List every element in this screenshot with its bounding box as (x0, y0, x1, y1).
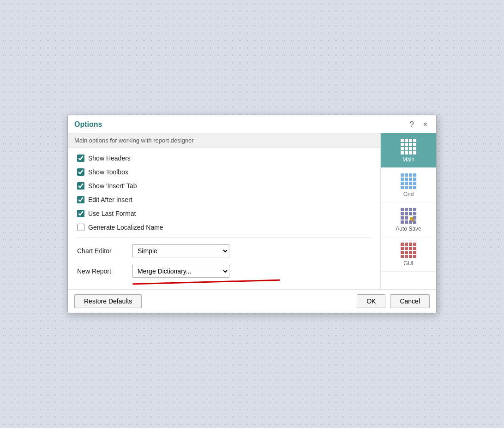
new-report-select[interactable]: Merge Dictionary... Empty Template (132, 265, 229, 278)
sidebar-autosave-label: Auto Save (396, 226, 421, 232)
checkbox-show-toolbox[interactable]: Show Toolbox (77, 168, 371, 176)
checkbox-show-toolbox-label: Show Toolbox (88, 168, 128, 176)
cancel-button[interactable]: Cancel (390, 294, 430, 308)
checkbox-edit-after-insert[interactable]: Edit After Insert (77, 196, 371, 203)
dialog-title: Options (74, 120, 102, 129)
restore-defaults-button[interactable]: Restore Defaults (74, 294, 142, 308)
sidebar-gui-label: GUI (403, 260, 413, 267)
separator (77, 238, 371, 238)
checkbox-show-toolbox-input[interactable] (77, 168, 84, 176)
checkbox-show-headers[interactable]: Show Headers (77, 155, 371, 162)
close-button[interactable]: × (421, 120, 430, 129)
checkbox-use-last-format-input[interactable] (77, 210, 84, 217)
chart-editor-select[interactable]: Simple Advanced (132, 244, 229, 257)
checkbox-use-last-format[interactable]: Use Last Format (77, 210, 371, 217)
footer-right: OK Cancel (357, 294, 430, 308)
main-content: Main options for working with report des… (68, 133, 381, 289)
chart-editor-row: Chart Editor Simple Advanced (77, 244, 371, 257)
checkbox-generate-localized-label: Generate Localized Name (88, 224, 163, 231)
checkbox-show-headers-input[interactable] (77, 155, 84, 162)
autosave-icon (401, 208, 416, 224)
red-underline (132, 279, 280, 285)
checkbox-show-insert-tab-label: Show 'Insert' Tab (88, 182, 137, 190)
sidebar-item-main[interactable]: Main (381, 133, 436, 168)
checkbox-use-last-format-label: Use Last Format (88, 210, 136, 217)
dialog-footer: Restore Defaults OK Cancel (68, 289, 436, 313)
options-dialog: Options ? × Main options for working wit… (67, 115, 437, 313)
chart-editor-label: Chart Editor (77, 247, 128, 255)
sidebar: Main Grid Auto Save (381, 133, 436, 289)
checkbox-edit-after-insert-label: Edit After Insert (88, 196, 132, 203)
dialog-body: Main options for working with report des… (68, 133, 436, 289)
checkbox-show-headers-label: Show Headers (88, 155, 131, 162)
grid-icon (401, 173, 416, 189)
sidebar-grid-label: Grid (403, 191, 414, 197)
ok-button[interactable]: OK (357, 294, 385, 308)
main-icon (401, 139, 416, 155)
checkbox-edit-after-insert-input[interactable] (77, 196, 84, 203)
checkbox-show-insert-tab-input[interactable] (77, 182, 84, 190)
sidebar-item-grid[interactable]: Grid (381, 168, 436, 202)
gui-icon (401, 243, 416, 258)
sidebar-item-gui[interactable]: GUI (381, 237, 436, 272)
sidebar-main-label: Main (402, 156, 414, 163)
sidebar-item-autosave[interactable]: Auto Save (381, 202, 436, 237)
checkbox-generate-localized[interactable]: Generate Localized Name (77, 224, 371, 231)
annotation-line (77, 281, 371, 283)
options-area: Show Headers Show Toolbox Show 'Insert' … (68, 148, 380, 289)
checkbox-show-insert-tab[interactable]: Show 'Insert' Tab (77, 182, 371, 190)
new-report-row: New Report Merge Dictionary... Empty Tem… (77, 265, 371, 278)
section-header: Main options for working with report des… (68, 133, 380, 148)
help-button[interactable]: ? (408, 120, 416, 129)
new-report-label: New Report (77, 268, 128, 275)
header-icons: ? × (408, 120, 430, 129)
dialog-header: Options ? × (68, 115, 436, 133)
checkbox-generate-localized-input[interactable] (77, 224, 84, 231)
